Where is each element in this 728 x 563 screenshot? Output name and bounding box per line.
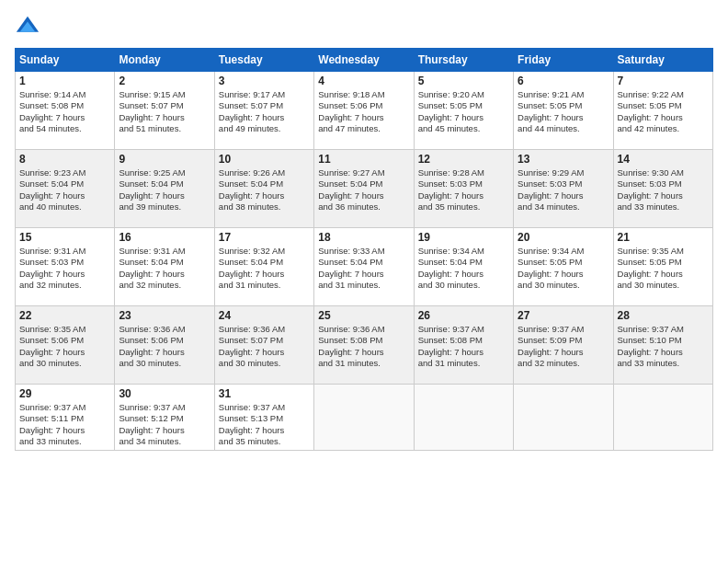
day-number: 3 <box>219 75 310 87</box>
calendar-cell: 23Sunrise: 9:36 AMSunset: 5:06 PMDayligh… <box>115 306 214 385</box>
calendar-cell: 10Sunrise: 9:26 AMSunset: 5:04 PMDayligh… <box>214 150 313 228</box>
calendar-cell: 13Sunrise: 9:29 AMSunset: 5:03 PMDayligh… <box>514 150 613 228</box>
weekday-header-sunday: Sunday <box>16 49 115 72</box>
cell-content: Sunrise: 9:28 AMSunset: 5:03 PMDaylight:… <box>418 167 509 213</box>
calendar-week-row: 15Sunrise: 9:31 AMSunset: 5:03 PMDayligh… <box>16 228 713 306</box>
calendar-table: SundayMondayTuesdayWednesdayThursdayFrid… <box>15 48 713 451</box>
cell-content: Sunrise: 9:18 AMSunset: 5:06 PMDaylight:… <box>318 89 409 134</box>
day-number: 28 <box>618 309 709 322</box>
calendar-cell <box>414 385 513 451</box>
day-number: 23 <box>119 309 210 322</box>
cell-content: Sunrise: 9:23 AMSunset: 5:04 PMDaylight:… <box>19 167 110 213</box>
weekday-header-thursday: Thursday <box>414 49 513 72</box>
calendar-cell <box>314 385 414 451</box>
weekday-header-wednesday: Wednesday <box>314 49 414 72</box>
weekday-header-friday: Friday <box>514 49 613 72</box>
day-number: 5 <box>418 75 509 87</box>
calendar-cell <box>613 385 712 451</box>
day-number: 17 <box>219 231 310 244</box>
cell-content: Sunrise: 9:29 AMSunset: 5:03 PMDaylight:… <box>518 167 609 213</box>
calendar-week-row: 22Sunrise: 9:35 AMSunset: 5:06 PMDayligh… <box>16 306 713 385</box>
cell-content: Sunrise: 9:20 AMSunset: 5:05 PMDaylight:… <box>418 89 509 134</box>
calendar-cell: 27Sunrise: 9:37 AMSunset: 5:09 PMDayligh… <box>514 306 613 385</box>
day-number: 8 <box>19 153 110 166</box>
cell-content: Sunrise: 9:36 AMSunset: 5:07 PMDaylight:… <box>219 324 310 369</box>
calendar-cell: 14Sunrise: 9:30 AMSunset: 5:03 PMDayligh… <box>613 150 712 228</box>
calendar-cell: 31Sunrise: 9:37 AMSunset: 5:13 PMDayligh… <box>214 385 313 451</box>
weekday-header-row: SundayMondayTuesdayWednesdayThursdayFrid… <box>16 49 713 72</box>
day-number: 9 <box>119 153 210 166</box>
day-number: 1 <box>19 75 110 87</box>
day-number: 18 <box>318 231 409 244</box>
cell-content: Sunrise: 9:21 AMSunset: 5:05 PMDaylight:… <box>518 89 609 134</box>
day-number: 14 <box>618 153 709 166</box>
cell-content: Sunrise: 9:15 AMSunset: 5:07 PMDaylight:… <box>119 89 210 134</box>
day-number: 26 <box>418 309 509 322</box>
calendar-cell <box>514 385 613 451</box>
cell-content: Sunrise: 9:35 AMSunset: 5:06 PMDaylight:… <box>19 324 110 369</box>
cell-content: Sunrise: 9:37 AMSunset: 5:09 PMDaylight:… <box>518 324 609 369</box>
cell-content: Sunrise: 9:37 AMSunset: 5:12 PMDaylight:… <box>119 402 210 447</box>
day-number: 29 <box>19 387 110 400</box>
calendar-week-row: 8Sunrise: 9:23 AMSunset: 5:04 PMDaylight… <box>16 150 713 228</box>
calendar-cell: 2Sunrise: 9:15 AMSunset: 5:07 PMDaylight… <box>115 72 214 150</box>
logo-icon <box>15 15 40 40</box>
calendar-week-row: 1Sunrise: 9:14 AMSunset: 5:08 PMDaylight… <box>16 72 713 150</box>
cell-content: Sunrise: 9:37 AMSunset: 5:11 PMDaylight:… <box>19 402 110 447</box>
calendar-cell: 28Sunrise: 9:37 AMSunset: 5:10 PMDayligh… <box>613 306 712 385</box>
calendar-cell: 12Sunrise: 9:28 AMSunset: 5:03 PMDayligh… <box>414 150 513 228</box>
cell-content: Sunrise: 9:27 AMSunset: 5:04 PMDaylight:… <box>318 167 409 213</box>
cell-content: Sunrise: 9:31 AMSunset: 5:04 PMDaylight:… <box>119 246 210 291</box>
cell-content: Sunrise: 9:34 AMSunset: 5:05 PMDaylight:… <box>518 246 609 291</box>
calendar-cell: 6Sunrise: 9:21 AMSunset: 5:05 PMDaylight… <box>514 72 613 150</box>
cell-content: Sunrise: 9:17 AMSunset: 5:07 PMDaylight:… <box>219 89 310 134</box>
cell-content: Sunrise: 9:32 AMSunset: 5:04 PMDaylight:… <box>219 246 310 291</box>
cell-content: Sunrise: 9:30 AMSunset: 5:03 PMDaylight:… <box>618 167 709 213</box>
day-number: 11 <box>318 153 409 166</box>
calendar-cell: 16Sunrise: 9:31 AMSunset: 5:04 PMDayligh… <box>115 228 214 306</box>
weekday-header-tuesday: Tuesday <box>214 49 313 72</box>
calendar-cell: 4Sunrise: 9:18 AMSunset: 5:06 PMDaylight… <box>314 72 414 150</box>
cell-content: Sunrise: 9:25 AMSunset: 5:04 PMDaylight:… <box>119 167 210 213</box>
cell-content: Sunrise: 9:33 AMSunset: 5:04 PMDaylight:… <box>318 246 409 291</box>
calendar-cell: 18Sunrise: 9:33 AMSunset: 5:04 PMDayligh… <box>314 228 414 306</box>
cell-content: Sunrise: 9:22 AMSunset: 5:05 PMDaylight:… <box>618 89 709 134</box>
cell-content: Sunrise: 9:36 AMSunset: 5:08 PMDaylight:… <box>318 324 409 369</box>
weekday-header-monday: Monday <box>115 49 214 72</box>
calendar-cell: 15Sunrise: 9:31 AMSunset: 5:03 PMDayligh… <box>16 228 115 306</box>
day-number: 12 <box>418 153 509 166</box>
day-number: 27 <box>518 309 609 322</box>
day-number: 2 <box>119 75 210 87</box>
cell-content: Sunrise: 9:34 AMSunset: 5:04 PMDaylight:… <box>418 246 509 291</box>
cell-content: Sunrise: 9:14 AMSunset: 5:08 PMDaylight:… <box>19 89 110 134</box>
calendar-cell: 21Sunrise: 9:35 AMSunset: 5:05 PMDayligh… <box>613 228 712 306</box>
calendar-cell: 24Sunrise: 9:36 AMSunset: 5:07 PMDayligh… <box>214 306 313 385</box>
calendar-cell: 25Sunrise: 9:36 AMSunset: 5:08 PMDayligh… <box>314 306 414 385</box>
day-number: 16 <box>119 231 210 244</box>
day-number: 22 <box>19 309 110 322</box>
day-number: 24 <box>219 309 310 322</box>
day-number: 20 <box>518 231 609 244</box>
day-number: 13 <box>518 153 609 166</box>
calendar-cell: 22Sunrise: 9:35 AMSunset: 5:06 PMDayligh… <box>16 306 115 385</box>
calendar-cell: 3Sunrise: 9:17 AMSunset: 5:07 PMDaylight… <box>214 72 313 150</box>
day-number: 7 <box>618 75 709 87</box>
day-number: 19 <box>418 231 509 244</box>
cell-content: Sunrise: 9:37 AMSunset: 5:10 PMDaylight:… <box>618 324 709 369</box>
logo <box>15 15 44 40</box>
cell-content: Sunrise: 9:37 AMSunset: 5:13 PMDaylight:… <box>219 402 310 447</box>
calendar-cell: 20Sunrise: 9:34 AMSunset: 5:05 PMDayligh… <box>514 228 613 306</box>
calendar-cell: 1Sunrise: 9:14 AMSunset: 5:08 PMDaylight… <box>16 72 115 150</box>
calendar-cell: 5Sunrise: 9:20 AMSunset: 5:05 PMDaylight… <box>414 72 513 150</box>
cell-content: Sunrise: 9:35 AMSunset: 5:05 PMDaylight:… <box>618 246 709 291</box>
day-number: 10 <box>219 153 310 166</box>
calendar-cell: 9Sunrise: 9:25 AMSunset: 5:04 PMDaylight… <box>115 150 214 228</box>
calendar-cell: 11Sunrise: 9:27 AMSunset: 5:04 PMDayligh… <box>314 150 414 228</box>
calendar-cell: 29Sunrise: 9:37 AMSunset: 5:11 PMDayligh… <box>16 385 115 451</box>
day-number: 6 <box>518 75 609 87</box>
day-number: 15 <box>19 231 110 244</box>
cell-content: Sunrise: 9:26 AMSunset: 5:04 PMDaylight:… <box>219 167 310 213</box>
cell-content: Sunrise: 9:31 AMSunset: 5:03 PMDaylight:… <box>19 246 110 291</box>
header <box>15 15 713 40</box>
calendar-cell: 8Sunrise: 9:23 AMSunset: 5:04 PMDaylight… <box>16 150 115 228</box>
